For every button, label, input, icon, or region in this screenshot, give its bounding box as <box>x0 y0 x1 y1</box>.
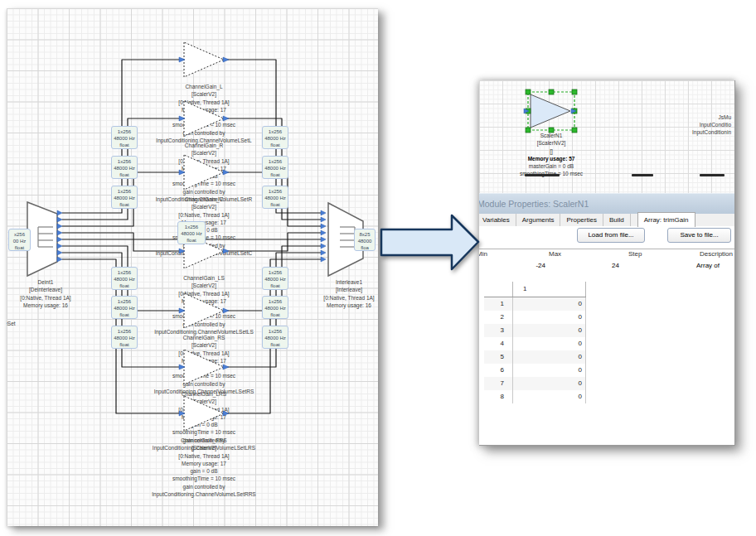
gain-cell[interactable]: 0 <box>512 350 586 364</box>
wire-format-box: 1x25648000 Hzfloat <box>111 267 138 290</box>
table-row: 1 0 <box>484 297 586 311</box>
module-properties-panel: ScalerN1 [ScalerNV2] [] Memory usage: 57… <box>479 80 735 446</box>
gain-cell[interactable]: 0 <box>512 324 586 337</box>
table-row: 5 0 <box>484 350 586 364</box>
wire-format-layer: 1x25648000 Hzfloat 1x25648000 Hzfloat 1x… <box>7 8 378 526</box>
input-format-box: x25600 Hzfloat <box>8 229 31 251</box>
divider <box>479 249 734 249</box>
trimgain-table: 1 1 0 2 0 3 0 4 0 5 0 6 <box>484 282 586 403</box>
row-header[interactable]: 7 <box>484 377 512 390</box>
min-value: -24 <box>512 262 545 269</box>
panel-titlebar: Module Properties: ScalerN1 <box>479 193 734 215</box>
row-header[interactable]: 5 <box>484 350 512 364</box>
tab-properties[interactable]: Properties <box>560 214 603 226</box>
column-header-step: Step <box>628 250 642 258</box>
row-header[interactable]: 6 <box>484 364 512 377</box>
tab-bar: Variables Arguments Properties Build Arr… <box>479 214 734 226</box>
table-row: 6 0 <box>484 364 586 377</box>
clipped-module-caption: JsMu InputConditio InputConditionin <box>692 114 731 136</box>
wire-format-box: 1x25648000 Hzfloat <box>262 186 288 209</box>
row-header[interactable]: 4 <box>484 337 512 350</box>
table-row: 3 0 <box>484 324 586 337</box>
wire-format-box: 1x25648000 Hzfloat <box>111 126 138 149</box>
load-from-file-button[interactable]: Load from file... <box>577 228 645 243</box>
wire-format-box: 1x25648000 Hzfloat <box>111 326 138 349</box>
wire-format-box: 1x25648000 Hzfloat <box>111 156 138 179</box>
table-header-row: 1 <box>484 282 586 297</box>
transition-arrow <box>377 209 485 277</box>
gain-cell[interactable]: 0 <box>512 377 586 390</box>
row-header[interactable]: 8 <box>484 390 512 403</box>
table-row: 2 0 <box>484 311 586 324</box>
gain-cell[interactable]: 0 <box>512 297 586 311</box>
wire-format-box: 1x25648000 Hzfloat <box>262 326 288 349</box>
gain-cell[interactable]: 0 <box>512 390 586 403</box>
max-value: 24 <box>586 262 619 269</box>
wire-format-box: 1x25648000 Hzfloat <box>262 156 288 179</box>
column-header-max: Max <box>549 250 561 258</box>
wire-format-box: 1x25648000 Hzfloat <box>262 296 288 319</box>
row-header[interactable]: 3 <box>484 324 512 337</box>
wire-format-box: 1x25648000 Hzfloat <box>111 186 138 209</box>
tab-build[interactable]: Build <box>603 214 631 226</box>
description-value: Array of <box>696 262 720 269</box>
column-header-description: Description <box>700 250 733 258</box>
panel-title: Module Properties: ScalerN1 <box>479 194 734 215</box>
wire-format-box: 1x25648000 Hzfloat <box>262 126 288 149</box>
clipped-text-fragment <box>632 174 653 176</box>
gain-cell[interactable]: 0 <box>512 337 586 350</box>
canvas-grid-area: ScalerN1 [ScalerNV2] [] Memory usage: 57… <box>479 80 734 193</box>
table-row: 7 0 <box>484 377 586 390</box>
clipped-text-fragment <box>700 174 724 176</box>
row-header[interactable]: 1 <box>484 297 512 311</box>
output-format-box: 8x2548000floa <box>354 229 376 251</box>
save-to-file-button[interactable]: Save to file... <box>667 228 731 243</box>
tab-array-trimgain[interactable]: Array: trimGain <box>637 212 695 227</box>
gain-cell[interactable]: 0 <box>512 364 586 377</box>
table-row: 4 0 <box>484 337 586 350</box>
clipped-text-fragment <box>525 174 560 176</box>
table-row: 8 0 <box>484 390 586 403</box>
gain-cell[interactable]: 0 <box>512 311 586 324</box>
selected-scaler-block[interactable] <box>521 87 587 137</box>
tab-arguments[interactable]: Arguments <box>516 214 561 226</box>
wire-format-box: 1x25648000 Hzfloat <box>177 221 206 244</box>
row-header-corner <box>484 282 512 297</box>
screenshot-root: ChannelGain_L[ScalerV2] [0:Native, Threa… <box>0 0 756 536</box>
selected-scaler-caption: ScalerN1 [ScalerNV2] [] Memory usage: 57… <box>485 132 618 178</box>
table-column-header: 1 <box>512 282 586 297</box>
wire-format-box: 1x25648000 Hzfloat <box>262 267 288 290</box>
signal-flow-diagram: ChannelGain_L[ScalerV2] [0:Native, Threa… <box>7 8 378 526</box>
wire-format-box: 1x25648000 Hzfloat <box>111 296 138 319</box>
row-header[interactable]: 2 <box>484 311 512 324</box>
